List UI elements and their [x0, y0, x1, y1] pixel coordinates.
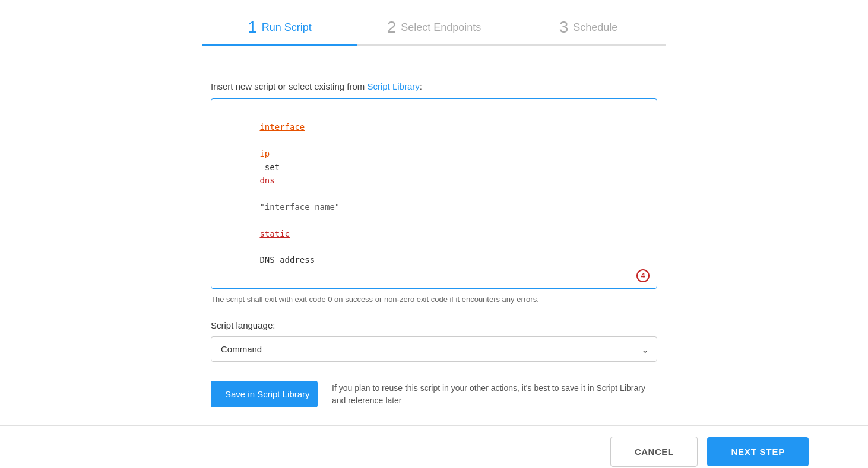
step-1-number: 1: [248, 18, 257, 37]
error-badge: 4: [636, 269, 650, 282]
step-2-bar: [357, 44, 511, 46]
step-3[interactable]: 3 Schedule: [511, 18, 666, 46]
step-2-title: Select Endpoints: [401, 21, 481, 34]
language-select-wrapper: Command PowerShell Bash ⌄: [211, 336, 657, 362]
step-3-title: Schedule: [573, 21, 617, 34]
word-dns: dns: [259, 176, 274, 185]
cancel-button[interactable]: CANCEL: [610, 437, 698, 467]
script-hint: The script shall exit with exit code 0 o…: [211, 295, 657, 304]
save-library-button[interactable]: Save in Script Library: [211, 381, 318, 407]
insert-label: Insert new script or select existing fro…: [211, 81, 657, 91]
next-step-button[interactable]: NEXT STEP: [707, 437, 809, 466]
word-ip: ip: [259, 149, 270, 158]
insert-label-prefix: Insert new script or select existing fro…: [211, 81, 367, 91]
step-1-bar: [202, 44, 357, 46]
footer: CANCEL NEXT STEP: [0, 425, 868, 468]
save-library-hint: If you plan to reuse this script in your…: [332, 382, 657, 407]
step-2[interactable]: 2 Select Endpoints: [357, 18, 511, 46]
language-select[interactable]: Command PowerShell Bash: [211, 336, 657, 362]
word-quoted: "interface_name": [259, 202, 340, 212]
script-library-link[interactable]: Script Library: [367, 81, 419, 91]
word-interface: interface: [259, 122, 305, 132]
step-1[interactable]: 1 Run Script: [202, 18, 357, 46]
word-dns-address: DNS_address: [259, 255, 315, 265]
stepper: 1 Run Script 2 Select Endpoints 3 Schedu…: [0, 0, 868, 46]
insert-label-suffix: :: [420, 81, 422, 91]
step-2-number: 2: [387, 18, 397, 37]
step-3-bar: [511, 44, 666, 46]
step-3-number: 3: [559, 18, 569, 37]
step-1-title: Run Script: [262, 21, 312, 34]
main-content: Insert new script or select existing fro…: [0, 58, 868, 425]
script-display: interface ip set dns "interface_name" st…: [211, 99, 657, 288]
page-wrapper: 1 Run Script 2 Select Endpoints 3 Schedu…: [0, 0, 868, 468]
word-static: static: [259, 229, 290, 238]
script-language-label: Script language:: [211, 320, 657, 330]
save-library-row: Save in Script Library If you plan to re…: [211, 381, 657, 407]
script-textarea-wrapper: interface ip set dns "interface_name" st…: [211, 98, 657, 289]
